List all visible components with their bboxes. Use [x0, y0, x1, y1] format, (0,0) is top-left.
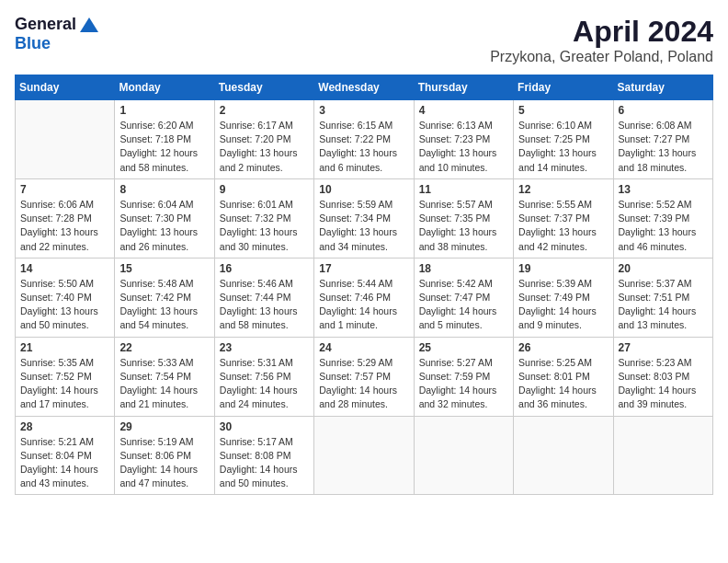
cell-content: Sunrise: 6:20 AM Sunset: 7:18 PM Dayligh…: [119, 119, 209, 175]
cell-content: Sunrise: 5:42 AM Sunset: 7:47 PM Dayligh…: [419, 277, 508, 333]
cell-content: Sunrise: 6:17 AM Sunset: 7:20 PM Dayligh…: [220, 119, 309, 175]
calendar-cell: 2Sunrise: 6:17 AM Sunset: 7:20 PM Daylig…: [214, 100, 313, 179]
day-number: 9: [220, 183, 309, 196]
day-number: 17: [319, 262, 408, 275]
cell-content: Sunrise: 5:50 AM Sunset: 7:40 PM Dayligh…: [20, 277, 109, 333]
calendar-week-row-1: 1Sunrise: 6:20 AM Sunset: 7:18 PM Daylig…: [16, 100, 713, 179]
day-number: 30: [220, 420, 309, 433]
calendar-cell: [16, 100, 115, 179]
logo: General Blue: [15, 15, 98, 53]
cell-content: Sunrise: 5:48 AM Sunset: 7:42 PM Dayligh…: [119, 277, 209, 333]
calendar-cell: 5Sunrise: 6:10 AM Sunset: 7:25 PM Daylig…: [514, 100, 613, 179]
calendar-cell: [414, 416, 513, 495]
day-number: 26: [518, 341, 608, 354]
calendar-cell: 1Sunrise: 6:20 AM Sunset: 7:18 PM Daylig…: [115, 100, 214, 179]
cell-content: Sunrise: 5:23 AM Sunset: 8:03 PM Dayligh…: [619, 356, 708, 412]
cell-content: Sunrise: 5:19 AM Sunset: 8:06 PM Dayligh…: [119, 435, 209, 491]
calendar-cell: 23Sunrise: 5:31 AM Sunset: 7:56 PM Dayli…: [214, 337, 313, 416]
main-title: April 2024: [490, 15, 713, 49]
calendar-cell: 20Sunrise: 5:37 AM Sunset: 7:51 PM Dayli…: [613, 258, 712, 337]
day-number: 8: [119, 183, 209, 196]
calendar-cell: 3Sunrise: 6:15 AM Sunset: 7:22 PM Daylig…: [314, 100, 414, 179]
day-number: 27: [619, 341, 708, 354]
cell-content: Sunrise: 5:39 AM Sunset: 7:49 PM Dayligh…: [518, 277, 608, 333]
cell-content: Sunrise: 5:37 AM Sunset: 7:51 PM Dayligh…: [619, 277, 708, 333]
calendar-week-row-4: 21Sunrise: 5:35 AM Sunset: 7:52 PM Dayli…: [16, 337, 713, 416]
day-number: 2: [220, 104, 309, 117]
cell-content: Sunrise: 6:10 AM Sunset: 7:25 PM Dayligh…: [518, 119, 608, 175]
calendar-cell: 25Sunrise: 5:27 AM Sunset: 7:59 PM Dayli…: [414, 337, 513, 416]
calendar-cell: 8Sunrise: 6:04 AM Sunset: 7:30 PM Daylig…: [115, 178, 214, 258]
calendar-header-wednesday: Wednesday: [314, 75, 414, 100]
calendar-header-tuesday: Tuesday: [214, 75, 313, 100]
cell-content: Sunrise: 5:55 AM Sunset: 7:37 PM Dayligh…: [518, 198, 608, 254]
day-number: 21: [20, 341, 109, 354]
calendar-cell: 19Sunrise: 5:39 AM Sunset: 7:49 PM Dayli…: [514, 258, 613, 337]
calendar-header-sunday: Sunday: [16, 75, 115, 100]
calendar-header-monday: Monday: [115, 75, 214, 100]
calendar-cell: 24Sunrise: 5:29 AM Sunset: 7:57 PM Dayli…: [314, 337, 414, 416]
calendar-week-row-3: 14Sunrise: 5:50 AM Sunset: 7:40 PM Dayli…: [16, 258, 713, 337]
day-number: 28: [20, 420, 109, 433]
cell-content: Sunrise: 6:13 AM Sunset: 7:23 PM Dayligh…: [419, 119, 508, 175]
calendar-table: SundayMondayTuesdayWednesdayThursdayFrid…: [15, 75, 713, 495]
cell-content: Sunrise: 5:21 AM Sunset: 8:04 PM Dayligh…: [20, 435, 109, 491]
calendar-cell: 9Sunrise: 6:01 AM Sunset: 7:32 PM Daylig…: [214, 178, 313, 258]
cell-content: Sunrise: 6:01 AM Sunset: 7:32 PM Dayligh…: [220, 198, 309, 254]
day-number: 19: [518, 262, 608, 275]
cell-content: Sunrise: 5:25 AM Sunset: 8:01 PM Dayligh…: [518, 356, 608, 412]
calendar-cell: [314, 416, 414, 495]
day-number: 18: [419, 262, 508, 275]
day-number: 15: [119, 262, 209, 275]
day-number: 24: [319, 341, 408, 354]
day-number: 3: [319, 104, 408, 117]
calendar-cell: 18Sunrise: 5:42 AM Sunset: 7:47 PM Dayli…: [414, 258, 513, 337]
cell-content: Sunrise: 5:46 AM Sunset: 7:44 PM Dayligh…: [220, 277, 309, 333]
day-number: 7: [20, 183, 109, 196]
day-number: 25: [419, 341, 508, 354]
day-number: 23: [220, 341, 309, 354]
calendar-cell: [514, 416, 613, 495]
day-number: 16: [220, 262, 309, 275]
cell-content: Sunrise: 5:17 AM Sunset: 8:08 PM Dayligh…: [220, 435, 309, 491]
calendar-cell: 21Sunrise: 5:35 AM Sunset: 7:52 PM Dayli…: [16, 337, 115, 416]
day-number: 12: [518, 183, 608, 196]
calendar-header-saturday: Saturday: [613, 75, 712, 100]
day-number: 10: [319, 183, 408, 196]
cell-content: Sunrise: 5:35 AM Sunset: 7:52 PM Dayligh…: [20, 356, 109, 412]
calendar-cell: 10Sunrise: 5:59 AM Sunset: 7:34 PM Dayli…: [314, 178, 414, 258]
calendar-cell: 28Sunrise: 5:21 AM Sunset: 8:04 PM Dayli…: [16, 416, 115, 495]
subtitle: Przykona, Greater Poland, Poland: [490, 49, 713, 65]
day-number: 6: [619, 104, 708, 117]
day-number: 20: [619, 262, 708, 275]
calendar-cell: 14Sunrise: 5:50 AM Sunset: 7:40 PM Dayli…: [16, 258, 115, 337]
day-number: 1: [119, 104, 209, 117]
calendar-cell: 17Sunrise: 5:44 AM Sunset: 7:46 PM Dayli…: [314, 258, 414, 337]
day-number: 13: [619, 183, 708, 196]
calendar-cell: 4Sunrise: 6:13 AM Sunset: 7:23 PM Daylig…: [414, 100, 513, 179]
calendar-cell: 26Sunrise: 5:25 AM Sunset: 8:01 PM Dayli…: [514, 337, 613, 416]
calendar-cell: [613, 416, 712, 495]
svg-marker-0: [80, 17, 98, 32]
cell-content: Sunrise: 5:31 AM Sunset: 7:56 PM Dayligh…: [220, 356, 309, 412]
cell-content: Sunrise: 5:44 AM Sunset: 7:46 PM Dayligh…: [319, 277, 408, 333]
cell-content: Sunrise: 6:15 AM Sunset: 7:22 PM Dayligh…: [319, 119, 408, 175]
calendar-header-row: SundayMondayTuesdayWednesdayThursdayFrid…: [16, 75, 713, 100]
calendar-cell: 15Sunrise: 5:48 AM Sunset: 7:42 PM Dayli…: [115, 258, 214, 337]
cell-content: Sunrise: 5:57 AM Sunset: 7:35 PM Dayligh…: [419, 198, 508, 254]
day-number: 22: [119, 341, 209, 354]
calendar-cell: 30Sunrise: 5:17 AM Sunset: 8:08 PM Dayli…: [214, 416, 313, 495]
cell-content: Sunrise: 5:52 AM Sunset: 7:39 PM Dayligh…: [619, 198, 708, 254]
cell-content: Sunrise: 5:29 AM Sunset: 7:57 PM Dayligh…: [319, 356, 408, 412]
calendar-header-friday: Friday: [514, 75, 613, 100]
calendar-cell: 7Sunrise: 6:06 AM Sunset: 7:28 PM Daylig…: [16, 178, 115, 258]
day-number: 29: [119, 420, 209, 433]
day-number: 14: [20, 262, 109, 275]
calendar-week-row-5: 28Sunrise: 5:21 AM Sunset: 8:04 PM Dayli…: [16, 416, 713, 495]
day-number: 4: [419, 104, 508, 117]
calendar-cell: 13Sunrise: 5:52 AM Sunset: 7:39 PM Dayli…: [613, 178, 712, 258]
calendar-week-row-2: 7Sunrise: 6:06 AM Sunset: 7:28 PM Daylig…: [16, 178, 713, 258]
calendar-cell: 29Sunrise: 5:19 AM Sunset: 8:06 PM Dayli…: [115, 416, 214, 495]
cell-content: Sunrise: 6:04 AM Sunset: 7:30 PM Dayligh…: [119, 198, 209, 254]
cell-content: Sunrise: 6:08 AM Sunset: 7:27 PM Dayligh…: [619, 119, 708, 175]
